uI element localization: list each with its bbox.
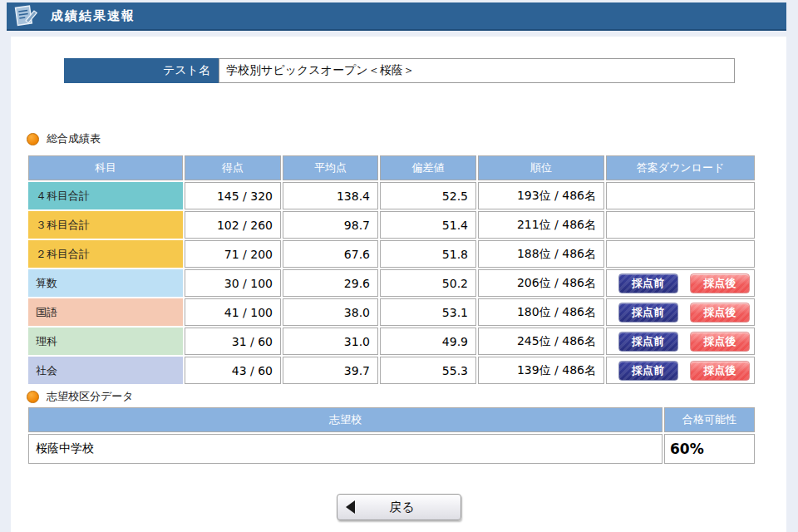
deviation-cell: 52.5 [380,182,476,209]
col-header-download: 答案ダウンロード [606,155,755,180]
back-button[interactable]: 戻る [337,494,461,520]
average-cell: 67.6 [283,240,378,268]
memo-pencil-icon [12,4,37,27]
school-table-header-row: 志望校 合格可能性 [28,407,755,432]
download-cell: 採点前 採点後 [606,357,755,384]
deviation-cell: 51.8 [380,240,476,268]
download-cell [606,240,755,268]
after-grading-button[interactable]: 採点後 [690,332,750,352]
score-cell: 43 / 60 [185,357,281,384]
average-cell: 98.7 [283,211,378,239]
col-header-school: 志望校 [28,407,663,432]
average-cell: 29.6 [283,269,378,297]
average-cell: 39.7 [283,357,378,384]
test-name-input[interactable] [219,58,735,83]
deviation-cell: 51.4 [380,211,476,239]
section-heading-schools: 志望校区分データ [27,389,134,404]
deviation-cell: 53.1 [380,298,476,326]
subject-cell: ２科目合計 [28,240,183,268]
col-header-subject: 科目 [28,155,183,180]
table-row: ３科目合計 102 / 260 98.7 51.4 211位 / 486名 [28,211,755,239]
table-row: 桜蔭中学校 60% [28,434,755,464]
score-table: 科目 得点 平均点 偏差値 順位 答案ダウンロード ４科目合計 145 / 32… [27,154,756,386]
after-grading-button[interactable]: 採点後 [690,273,750,293]
col-header-rank: 順位 [478,155,604,180]
average-cell: 138.4 [283,182,378,209]
deviation-cell: 50.2 [380,269,476,297]
col-header-deviation: 偏差値 [380,155,476,180]
col-header-probability: 合格可能性 [664,407,755,432]
after-grading-button[interactable]: 採点後 [690,303,750,323]
subject-cell: ４科目合計 [28,182,183,209]
test-name-label: テスト名 [64,58,219,83]
table-row: 算数 30 / 100 29.6 50.2 206位 / 486名 採点前 採点… [28,269,755,297]
table-row: ２科目合計 71 / 200 67.6 51.8 188位 / 486名 [28,240,755,268]
rank-cell: 245位 / 486名 [478,328,604,355]
after-grading-button[interactable]: 採点後 [690,361,750,381]
table-row: ４科目合計 145 / 320 138.4 52.5 193位 / 486名 [28,182,755,209]
rank-cell: 206位 / 486名 [478,269,604,297]
rank-cell: 188位 / 486名 [478,240,604,268]
deviation-cell: 55.3 [380,357,476,384]
score-cell: 31 / 60 [185,328,281,355]
subject-cell: 社会 [28,357,183,384]
section-title: 総合成績表 [47,131,101,146]
orange-bullet-icon [27,133,39,145]
score-table-header-row: 科目 得点 平均点 偏差値 順位 答案ダウンロード [28,155,755,180]
title-bar: 成績結果速報 [7,2,786,31]
download-cell: 採点前 採点後 [606,298,755,326]
before-grading-button[interactable]: 採点前 [618,332,678,352]
content-panel: テスト名 総合成績表 科目 得点 平均点 偏差値 順位 答案ダウンロード ４科目… [11,37,786,532]
left-arrow-icon [346,500,355,514]
test-name-row: テスト名 [64,58,735,83]
table-row: 社会 43 / 60 39.7 55.3 139位 / 486名 採点前 採点後 [28,357,755,384]
download-cell: 採点前 採点後 [606,269,755,297]
score-cell: 41 / 100 [185,298,281,326]
download-cell [606,211,755,239]
before-grading-button[interactable]: 採点前 [618,273,678,293]
rank-cell: 211位 / 486名 [478,211,604,239]
deviation-cell: 49.9 [380,328,476,355]
back-button-label: 戻る [355,500,449,515]
before-grading-button[interactable]: 採点前 [618,303,678,323]
orange-bullet-icon [27,391,39,403]
probability-cell: 60% [664,434,755,464]
download-cell [606,182,755,209]
col-header-score: 得点 [185,155,281,180]
page-title: 成績結果速報 [51,8,135,24]
subject-cell: 理科 [28,328,183,355]
download-cell: 採点前 採点後 [606,328,755,355]
before-grading-button[interactable]: 採点前 [618,361,678,381]
col-header-average: 平均点 [283,155,378,180]
average-cell: 38.0 [283,298,378,326]
average-cell: 31.0 [283,328,378,355]
score-cell: 71 / 200 [185,240,281,268]
subject-cell: 国語 [28,298,183,326]
table-row: 理科 31 / 60 31.0 49.9 245位 / 486名 採点前 採点後 [28,328,755,355]
score-cell: 102 / 260 [185,211,281,239]
table-row: 国語 41 / 100 38.0 53.1 180位 / 486名 採点前 採点… [28,298,755,326]
score-cell: 30 / 100 [185,269,281,297]
rank-cell: 180位 / 486名 [478,298,604,326]
subject-cell: 算数 [28,269,183,297]
rank-cell: 193位 / 486名 [478,182,604,209]
score-cell: 145 / 320 [185,182,281,209]
rank-cell: 139位 / 486名 [478,357,604,384]
school-cell: 桜蔭中学校 [28,434,663,464]
section-title: 志望校区分データ [47,389,134,404]
section-heading-scores: 総合成績表 [27,131,101,146]
subject-cell: ３科目合計 [28,211,183,239]
school-table: 志望校 合格可能性 桜蔭中学校 60% [27,406,756,466]
